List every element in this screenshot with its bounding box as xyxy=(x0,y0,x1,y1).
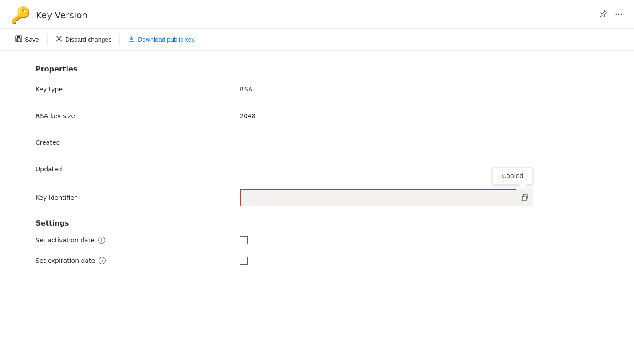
svg-rect-4 xyxy=(17,36,20,38)
expiration-date-checkbox[interactable] xyxy=(240,257,248,265)
rsa-key-size-value: 2048 xyxy=(240,112,256,119)
key-type-label: Key type xyxy=(36,86,240,93)
expiration-date-label: Set expiration date i xyxy=(36,257,240,264)
activation-date-row: Set activation date i xyxy=(36,236,598,244)
pin-icon[interactable] xyxy=(598,10,607,21)
expiration-date-row: Set expiration date i xyxy=(36,257,598,265)
created-label: Created xyxy=(36,139,240,146)
activation-date-checkbox[interactable] xyxy=(240,236,248,244)
rsa-key-size-label: RSA key size xyxy=(36,112,240,119)
updated-label: Updated xyxy=(36,166,240,173)
svg-rect-5 xyxy=(16,39,21,41)
activation-date-label: Set activation date i xyxy=(36,237,240,244)
key-identifier-input[interactable] xyxy=(240,189,533,206)
key-identifier-label: Key Identifier xyxy=(36,194,240,201)
expiration-date-info-icon[interactable]: i xyxy=(99,257,106,264)
toolbar: Save Discard changes Download public key xyxy=(0,28,634,51)
download-icon xyxy=(128,35,135,44)
copied-text: Copied xyxy=(502,172,523,179)
rsa-key-size-row: RSA key size 2048 xyxy=(36,109,598,123)
download-public-key-button[interactable]: Download public key xyxy=(123,32,199,47)
svg-rect-12 xyxy=(522,196,526,201)
key-type-row: Key type RSA xyxy=(36,82,598,96)
header-left: 🔑 Key Version xyxy=(11,7,87,23)
settings-section: Settings Set activation date i Set expir… xyxy=(36,219,598,265)
save-button[interactable]: Save xyxy=(11,32,44,47)
key-identifier-row: Key Identifier Copied xyxy=(36,189,598,206)
key-icon: 🔑 xyxy=(11,7,31,23)
download-label: Download public key xyxy=(138,36,194,43)
page-header: 🔑 Key Version xyxy=(0,0,634,28)
created-row: Created xyxy=(36,135,598,150)
settings-section-title: Settings xyxy=(36,219,598,227)
svg-point-2 xyxy=(621,13,622,15)
copied-tooltip: Copied xyxy=(492,167,533,184)
svg-point-0 xyxy=(616,13,617,15)
discard-label: Discard changes xyxy=(65,36,111,43)
page-title: Key Version xyxy=(36,10,87,20)
key-type-value: RSA xyxy=(240,86,252,93)
activation-date-info-icon[interactable]: i xyxy=(98,237,105,244)
discard-button[interactable]: Discard changes xyxy=(51,32,116,47)
expiration-date-text: Set expiration date xyxy=(36,257,95,264)
save-label: Save xyxy=(25,36,39,43)
svg-point-1 xyxy=(618,13,620,15)
properties-section-title: Properties xyxy=(36,65,598,73)
save-icon xyxy=(15,35,22,44)
discard-icon xyxy=(55,35,63,44)
page-content: Properties Key type RSA RSA key size 204… xyxy=(0,51,634,291)
activation-date-text: Set activation date xyxy=(36,237,95,244)
toolbar-separator-1 xyxy=(47,34,48,45)
more-options-icon[interactable] xyxy=(614,10,623,21)
key-identifier-input-wrapper: Copied xyxy=(240,189,533,206)
toolbar-separator-2 xyxy=(119,34,120,45)
svg-rect-6 xyxy=(17,39,18,41)
copy-button[interactable] xyxy=(516,189,533,206)
header-actions xyxy=(598,10,623,21)
